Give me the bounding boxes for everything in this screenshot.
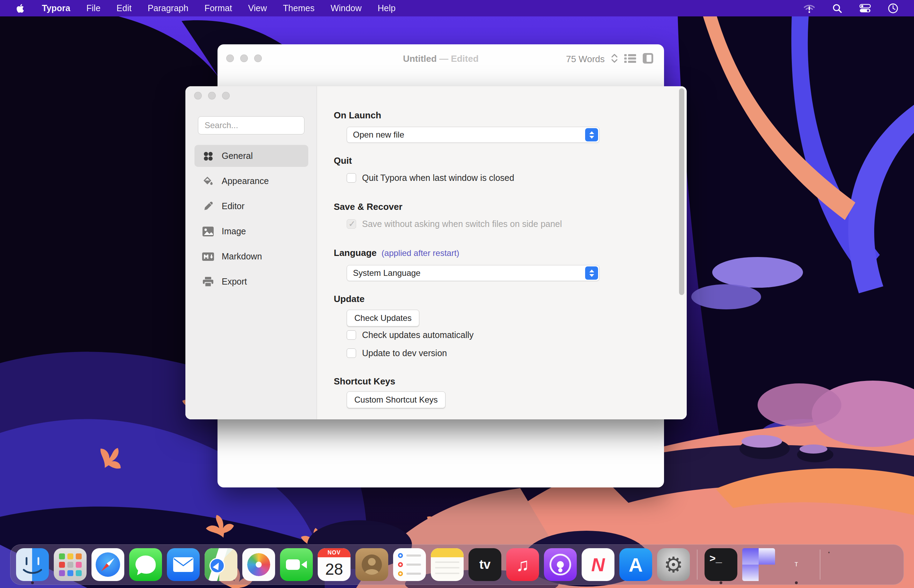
select-stepper-icon	[585, 267, 598, 280]
control-center-icon[interactable]	[859, 3, 871, 14]
sidebar-item-export[interactable]: Export	[194, 271, 308, 292]
tv-logo: tv	[468, 548, 501, 581]
spotlight-search-icon[interactable]	[832, 3, 843, 14]
menu-help[interactable]: Help	[378, 3, 396, 13]
preferences-content: On Launch Open new file ? Quit Quit Typo…	[317, 86, 687, 419]
dock-icon-tv[interactable]: tv	[468, 548, 501, 581]
running-indicator	[720, 582, 722, 584]
apple-menu-icon[interactable]	[15, 3, 26, 14]
sidebar-item-label: Markdown	[222, 251, 262, 262]
dev-version-row[interactable]: Update to dev version	[347, 348, 447, 358]
dock-icon-contacts[interactable]	[355, 548, 388, 581]
speech-bubble-icon	[136, 556, 156, 574]
scrollbar[interactable]	[679, 88, 684, 295]
dock-icon-terminal[interactable]: >_	[704, 548, 737, 581]
minimize-window-button[interactable]	[208, 92, 216, 100]
envelope-icon	[173, 557, 194, 572]
dock-separator	[697, 549, 698, 580]
photos-flower-icon	[247, 553, 270, 576]
dock-icon-downloads[interactable]: ↓	[827, 548, 860, 581]
sidebar-item-label: Export	[222, 276, 247, 287]
dock-separator	[820, 549, 820, 580]
zoom-window-button[interactable]	[222, 92, 230, 100]
menu-edit[interactable]: Edit	[116, 3, 132, 13]
menu-paragraph[interactable]: Paragraph	[148, 3, 189, 13]
document-edited-state: Edited	[451, 53, 478, 64]
menu-window[interactable]: Window	[331, 3, 362, 13]
typora-logo: T	[780, 548, 813, 581]
dock-icon-trash[interactable]	[865, 548, 898, 581]
music-note-icon: ♫	[506, 548, 539, 581]
word-count-chevrons-icon[interactable]	[611, 53, 618, 65]
dock-icon-notes[interactable]	[431, 548, 463, 581]
section-shortcut-keys-title: Shortcut Keys	[334, 376, 395, 387]
dock-icon-photos[interactable]	[242, 548, 275, 581]
dock-icon-typora[interactable]: T	[780, 548, 813, 581]
language-select[interactable]: System Language	[347, 265, 599, 281]
close-window-button[interactable]	[194, 92, 202, 100]
news-logo: N	[581, 548, 614, 581]
preferences-sidebar: General Appearance Editor	[186, 86, 317, 419]
person-silhouette-icon	[362, 554, 382, 575]
menu-app-name[interactable]: Typora	[42, 3, 71, 13]
markdown-icon	[202, 251, 214, 263]
dock-icon-calendar[interactable]: NOV 28	[318, 548, 350, 581]
dock: NOV 28 tv ♫ N A	[10, 544, 904, 585]
download-arrow-icon: ↓	[827, 548, 830, 554]
dock-icon-maps[interactable]	[205, 548, 237, 581]
dock-icon-news[interactable]: N	[581, 548, 614, 581]
quit-checkbox-row[interactable]: Quit Typora when last window is closed	[347, 173, 514, 183]
sidebar-item-label: Editor	[222, 201, 244, 211]
quit-checkbox[interactable]	[347, 173, 356, 183]
pencil-icon	[202, 200, 214, 212]
app-store-logo: A	[619, 548, 652, 581]
running-indicator	[31, 582, 34, 584]
menu-file[interactable]: File	[87, 3, 100, 13]
section-on-launch-title: On Launch	[334, 110, 381, 121]
dock-icon-podcasts[interactable]	[544, 548, 577, 581]
dock-icon-mail[interactable]	[167, 548, 200, 581]
sidebar-item-image[interactable]: Image	[194, 220, 308, 242]
dock-icon-reminders[interactable]	[393, 548, 426, 581]
document-titlebar[interactable]: Untitled — Edited 75 Words	[218, 44, 664, 72]
select-stepper-icon	[585, 128, 598, 141]
outline-list-icon[interactable]	[624, 53, 636, 65]
dock-icon-system-settings[interactable]: ⚙	[657, 548, 690, 581]
dock-icon-safari[interactable]	[92, 548, 124, 581]
custom-shortcut-keys-button[interactable]: Custom Shortcut Keys	[347, 391, 446, 408]
dock-icon-launchpad[interactable]	[54, 548, 87, 581]
dock-icon-facetime[interactable]	[280, 548, 313, 581]
dock-icon-app-store[interactable]: A	[619, 548, 652, 581]
sidebar-item-editor[interactable]: Editor	[194, 195, 308, 217]
sidebar-toggle-icon[interactable]	[643, 53, 654, 65]
clock-icon[interactable]	[888, 3, 899, 14]
auto-update-checkbox[interactable]	[347, 330, 356, 340]
dock-icon-music[interactable]: ♫	[506, 548, 539, 581]
terminal-prompt-icon: >_	[704, 548, 737, 581]
document-name: Untitled	[403, 53, 437, 64]
check-updates-button[interactable]: Check Updates	[347, 310, 419, 326]
sidebar-item-markdown[interactable]: Markdown	[194, 246, 308, 267]
sidebar-item-label: Appearance	[222, 176, 269, 186]
dock-icon-screenshot-preview[interactable]	[742, 548, 775, 581]
search-input[interactable]	[198, 116, 304, 134]
on-launch-select[interactable]: Open new file	[347, 127, 599, 143]
section-save-recover-title: Save & Recover	[334, 202, 402, 212]
paint-bucket-icon	[202, 175, 214, 187]
sidebar-item-appearance[interactable]: Appearance	[194, 170, 308, 192]
menu-format[interactable]: Format	[205, 3, 232, 13]
section-language-title: Language(applied after restart)	[334, 247, 459, 258]
video-camera-icon	[286, 559, 300, 570]
calendar-day-label: 28	[318, 557, 350, 581]
menu-themes[interactable]: Themes	[283, 3, 315, 13]
word-count[interactable]: 75 Words	[566, 54, 605, 65]
sidebar-item-general[interactable]: General	[194, 145, 308, 167]
wifi-alert-icon[interactable]	[804, 3, 815, 14]
dock-icon-finder[interactable]	[16, 548, 49, 581]
auto-update-row[interactable]: Check updates automatically	[347, 330, 474, 340]
menu-view[interactable]: View	[248, 3, 267, 13]
grid-dots-icon	[202, 150, 214, 162]
save-without-asking-row: Save without asking when switch files on…	[347, 219, 562, 229]
dock-icon-messages[interactable]	[129, 548, 162, 581]
dev-version-checkbox[interactable]	[347, 349, 356, 358]
